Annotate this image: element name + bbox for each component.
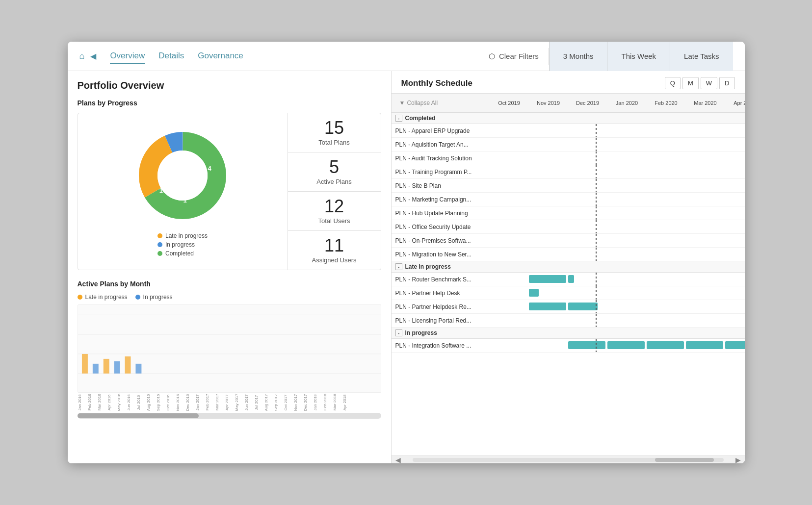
gantt-cell-0-3-2 — [568, 165, 607, 179]
gantt-row-name[interactable]: PLN - Migration to New Ser... — [392, 248, 490, 261]
stat-total-users: 12 Total Users — [288, 192, 381, 231]
back-icon[interactable]: ◀ — [90, 51, 96, 61]
gantt-row-name[interactable]: PLN - Partner Helpdesk Re... — [392, 300, 490, 314]
gantt-row-name[interactable]: PLN - Training Programm P... — [392, 165, 490, 179]
gantt-bar — [568, 275, 574, 283]
gantt-row-name[interactable]: PLN - Integration Software ... — [392, 339, 490, 353]
active-plans-month-title: Active Plans by Month — [78, 280, 381, 288]
gantt-title: Monthly Schedule — [401, 78, 472, 88]
gantt-row: PLN - Licensing Portal Red... — [392, 314, 745, 328]
gantt-row-name[interactable]: PLN - Office Security Update — [392, 220, 490, 234]
donut-label-inprogress: 1 — [183, 197, 186, 204]
x-label: Jun 2017 — [244, 394, 254, 411]
gantt-cell-0-2-1 — [529, 152, 568, 165]
gantt-cell-0-9-3 — [607, 248, 647, 261]
gantt-cell-0-1-4 — [647, 138, 686, 152]
period-w[interactable]: W — [701, 77, 717, 89]
gantt-cell-1-0-2 — [568, 273, 607, 286]
gantt-cell-0-7-3 — [607, 220, 647, 234]
gantt-cell-0-8-4 — [647, 234, 686, 248]
gantt-col-nov2019: Nov 2019 — [529, 94, 568, 113]
gantt-cell-1-2-0 — [490, 300, 529, 314]
group-collapse-icon[interactable]: - — [395, 115, 402, 122]
h-scrollbar[interactable] — [413, 458, 724, 462]
gantt-cell-0-4-3 — [607, 179, 647, 193]
x-label: Feb 2018 — [323, 394, 333, 411]
today-line — [596, 314, 597, 327]
gantt-row-name[interactable]: PLN - Apparel ERP Upgrade — [392, 124, 490, 138]
nav-governance[interactable]: Governance — [198, 49, 243, 64]
gantt-cell-0-0-5 — [686, 124, 725, 138]
gantt-cell-0-4-1 — [529, 179, 568, 193]
gantt-row-name[interactable]: PLN - Aquisition Target An... — [392, 138, 490, 152]
nav-details[interactable]: Details — [158, 49, 184, 64]
clear-filters-label: Clear Filters — [499, 52, 539, 60]
gantt-group-row: -In progress — [392, 328, 745, 339]
filter-3months[interactable]: 3 Months — [549, 42, 607, 71]
legend-completed: Completed — [157, 250, 208, 257]
x-label: Apr 2018 — [342, 394, 352, 411]
gantt-row: PLN - Partner Helpdesk Re... — [392, 300, 745, 314]
period-q[interactable]: Q — [665, 77, 681, 89]
gantt-cell-0-4-2 — [568, 179, 607, 193]
x-label: Sep 2016 — [156, 394, 166, 411]
legend-dot-inprogress — [157, 242, 162, 247]
gantt-cell-2-0-4 — [647, 339, 686, 353]
gantt-body: -CompletedPLN - Apparel ERP UpgradePLN -… — [392, 113, 745, 353]
scroll-right-arrow[interactable]: ▶ — [735, 456, 741, 464]
gantt-row-name[interactable]: PLN - Site B Plan — [392, 179, 490, 193]
gantt-cell-0-6-6 — [725, 206, 745, 220]
gantt-bar — [568, 341, 605, 349]
period-m[interactable]: M — [682, 77, 699, 89]
period-d[interactable]: D — [719, 77, 734, 89]
gantt-row-name[interactable]: PLN - Licensing Portal Red... — [392, 314, 490, 328]
gantt-cell-2-0-1 — [529, 339, 568, 353]
gantt-cell-0-7-1 — [529, 220, 568, 234]
nav-icons: ⌂ ◀ — [79, 51, 97, 61]
chart-scrollbar[interactable] — [78, 413, 381, 419]
group-collapse-icon[interactable]: - — [395, 263, 402, 270]
collapse-all-label: Collapse All — [407, 100, 438, 106]
home-icon[interactable]: ⌂ — [79, 51, 85, 61]
gantt-cell-1-3-0 — [490, 314, 529, 328]
gantt-header: Monthly Schedule Q M W D — [392, 71, 745, 94]
svg-rect-9 — [135, 364, 141, 374]
gantt-cell-1-1-4 — [647, 286, 686, 300]
today-line — [596, 220, 597, 233]
nav-overview[interactable]: Overview — [110, 49, 145, 64]
filter-this-week[interactable]: This Week — [607, 42, 670, 71]
donut-svg: 4 1 10 — [133, 126, 232, 225]
gantt-cell-0-0-2 — [568, 124, 607, 138]
x-label: Apr 2017 — [225, 394, 235, 411]
gantt-cell-1-0-6 — [725, 273, 745, 286]
gantt-row-name[interactable]: PLN - Audit Tracking Solution — [392, 152, 490, 165]
x-label: Oct 2016 — [166, 394, 176, 411]
gantt-row-name[interactable]: PLN - Marketing Campaign... — [392, 193, 490, 206]
gantt-cell-0-0-1 — [529, 124, 568, 138]
gantt-cell-1-1-2 — [568, 286, 607, 300]
gantt-cell-1-2-4 — [647, 300, 686, 314]
gantt-bar — [725, 341, 745, 349]
gantt-group-label-0: -Completed — [392, 113, 745, 124]
main-window: ⌂ ◀ Overview Details Governance ⬡ Clear … — [68, 42, 745, 463]
gantt-row: PLN - Apparel ERP Upgrade — [392, 124, 745, 138]
gantt-row-name[interactable]: PLN - Router Benchmark S... — [392, 273, 490, 286]
gantt-row-name[interactable]: PLN - Partner Help Desk — [392, 286, 490, 300]
mini-label-late: Late in progress — [85, 294, 128, 301]
collapse-all-button[interactable]: ▼ Collapse All — [395, 97, 486, 109]
gantt-cell-1-0-3 — [607, 273, 647, 286]
gantt-cell-0-5-4 — [647, 193, 686, 206]
filter-icon: ⬡ — [489, 52, 495, 61]
scroll-left-arrow[interactable]: ◀ — [395, 456, 401, 464]
gantt-cell-0-6-2 — [568, 206, 607, 220]
nav-right: ⬡ Clear Filters 3 Months This Week Late … — [479, 42, 733, 71]
gantt-row-name[interactable]: PLN - Hub Update Planning — [392, 206, 490, 220]
right-panel: Monthly Schedule Q M W D ▼ — [392, 71, 745, 463]
clear-filters-button[interactable]: ⬡ Clear Filters — [479, 48, 549, 65]
mini-legend-late: Late in progress — [78, 294, 128, 301]
gantt-row-name[interactable]: PLN - On-Premises Softwa... — [392, 234, 490, 248]
gantt-scroll-bottom: ◀ ▶ — [392, 455, 745, 463]
gantt-cell-1-1-5 — [686, 286, 725, 300]
filter-late-tasks[interactable]: Late Tasks — [670, 42, 733, 71]
group-collapse-icon[interactable]: - — [395, 329, 402, 336]
